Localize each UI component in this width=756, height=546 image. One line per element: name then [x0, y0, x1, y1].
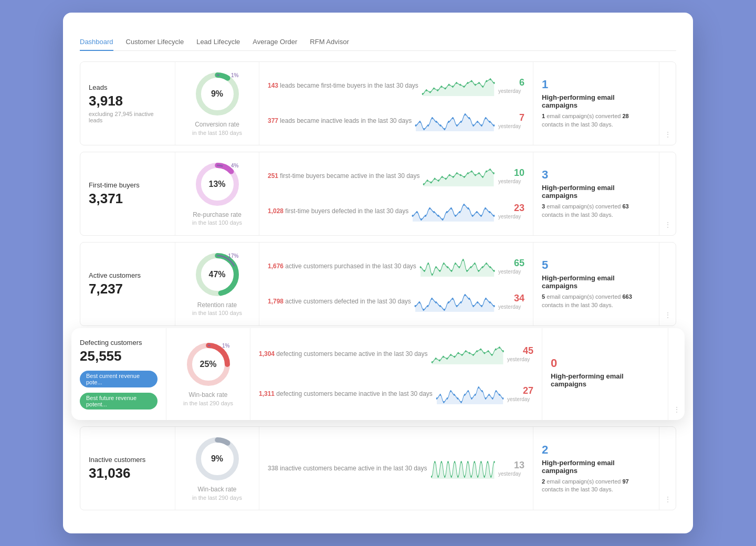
campaign-col-first_time_buyers: 3 High-performing email campaigns 3 emai… [533, 152, 659, 235]
svg-point-178 [444, 476, 445, 478]
svg-point-148 [491, 354, 492, 356]
donut-col-first_time_buyers: 13% 4% Re-purchase rate in the last 100 … [175, 152, 259, 235]
svg-point-60 [475, 174, 477, 176]
svg-point-77 [459, 211, 460, 213]
donut-label-first_time_buyers: Re-purchase rate in the last 100 days [192, 211, 242, 227]
svg-point-123 [472, 305, 474, 307]
donut-sub-defecting_customers: in the last 290 days [183, 400, 233, 407]
svg-point-179 [447, 461, 448, 463]
svg-point-101 [466, 270, 468, 272]
svg-point-4 [426, 89, 427, 91]
svg-point-70 [429, 207, 430, 209]
chart1-text: 143 leads became first-time buyers in th… [268, 82, 418, 89]
campaign-title-first_time_buyers: High-performing email campaigns [542, 184, 650, 200]
chart2-visual [437, 383, 503, 404]
metric-col-defecting_customers: Defecting customers 25,555 Best current … [71, 328, 166, 421]
chart1-text: 1,676 active customers purchased in the … [268, 262, 416, 270]
chart2-yesterday: yesterday [498, 123, 524, 129]
svg-point-100 [463, 259, 464, 261]
svg-point-92 [432, 274, 433, 276]
svg-point-78 [463, 204, 465, 206]
expand-col-active_customers: ⋮ [659, 243, 676, 326]
svg-point-190 [484, 476, 485, 478]
svg-point-136 [446, 358, 448, 360]
svg-point-191 [487, 461, 488, 463]
svg-point-108 [494, 270, 495, 272]
svg-point-31 [448, 121, 449, 123]
donut-chart-active_customers: 47% 17% [194, 251, 241, 298]
donut-chart-defecting_customers: 25% 1% [185, 341, 232, 388]
svg-point-91 [427, 262, 429, 265]
chart1-yesterday: yesterday [498, 471, 524, 477]
svg-point-18 [478, 82, 480, 84]
svg-point-115 [439, 305, 441, 307]
campaign-desc-active_customers: 5 email campaign(s) converted 663 contac… [542, 293, 650, 309]
tab-dashboard[interactable]: Dashboard [80, 34, 113, 51]
svg-point-51 [442, 176, 443, 178]
svg-point-29 [440, 124, 442, 127]
donut-col-defecting_customers: 25% 1% Win-back rate in the last 290 day… [166, 328, 250, 421]
donut-col-active_customers: 47% 17% Retention rate in the last 100 d… [175, 243, 259, 326]
donut-label-active_customers: Retention rate in the last 100 days [192, 301, 242, 317]
chart2-num: 7 [509, 112, 524, 123]
svg-point-36 [469, 117, 470, 119]
svg-point-8 [440, 86, 442, 88]
svg-point-20 [486, 80, 487, 82]
svg-point-109 [414, 305, 416, 307]
donut-chart-inactive_customers: 9% [194, 435, 241, 482]
expand-icon-active_customers[interactable]: ⋮ [664, 311, 671, 319]
expand-icon-first_time_buyers[interactable]: ⋮ [664, 220, 671, 229]
donut-pct-first_time_buyers: 13% [208, 180, 225, 189]
svg-point-141 [465, 350, 466, 352]
section-row-first_time_buyers: First-time buyers 3,371 13% 4% Re-purcha… [80, 152, 676, 236]
svg-point-164 [478, 386, 479, 388]
tab-rfm-advisor[interactable]: RFM Advisor [310, 34, 349, 51]
tab-lead-lifecycle[interactable]: Lead Lifecycle [196, 34, 240, 51]
svg-point-24 [419, 121, 421, 123]
svg-point-107 [489, 266, 491, 268]
main-card: Dashboard Customer Lifecycle Lead Lifecy… [63, 13, 693, 533]
tag-current-revenue[interactable]: Best current revenue pote... [80, 371, 158, 387]
svg-point-134 [438, 360, 440, 362]
metric-col-first_time_buyers: First-time buyers 3,371 [80, 152, 175, 235]
svg-point-30 [444, 128, 446, 130]
svg-point-157 [454, 394, 455, 396]
tab-average-order[interactable]: Average Order [253, 34, 297, 51]
chart2-yesterday: yesterday [507, 396, 533, 402]
sections-container: Leads 3,918 excluding 27,945 inactive le… [80, 61, 676, 510]
chart-row-1: 143 leads became first-time buyers in th… [268, 75, 524, 96]
expand-icon-inactive_customers[interactable]: ⋮ [664, 495, 671, 503]
campaign-count-inactive_customers: 2 [542, 443, 650, 457]
donut-small-pct-leads: 1% [231, 72, 238, 78]
svg-point-27 [432, 117, 433, 119]
svg-point-144 [476, 350, 478, 352]
expand-col-defecting_customers: ⋮ [668, 328, 685, 421]
svg-point-12 [456, 82, 457, 84]
metric-value-leads: 3,918 [89, 93, 166, 109]
expand-icon-leads[interactable]: ⋮ [664, 130, 671, 139]
donut-label-inactive_customers: Win-back rate in the last 290 days [192, 486, 242, 501]
svg-point-113 [431, 298, 433, 300]
svg-point-181 [454, 461, 455, 463]
svg-point-116 [444, 309, 445, 311]
svg-point-186 [470, 476, 471, 478]
svg-point-7 [437, 89, 438, 91]
campaign-title-leads: High-performing email campaigns [542, 93, 650, 109]
chart2-visual [416, 110, 494, 131]
charts-col-inactive_customers: 338 inactive customers became active in … [259, 427, 533, 510]
expand-icon-defecting_customers[interactable]: ⋮ [673, 405, 680, 414]
svg-point-124 [477, 301, 478, 303]
campaign-count-leads: 1 [542, 78, 650, 91]
svg-point-188 [477, 476, 478, 478]
campaign-count-defecting_customers: 0 [551, 356, 659, 370]
campaign-title-defecting_customers: High-performing email campaigns [551, 372, 659, 388]
svg-point-37 [472, 124, 474, 127]
svg-point-16 [471, 80, 472, 82]
svg-point-38 [477, 121, 478, 123]
tab-customer-lifecycle[interactable]: Customer Lifecycle [126, 34, 184, 51]
svg-point-174 [430, 476, 432, 478]
charts-col-defecting_customers: 1,304 defecting customers became active … [250, 328, 542, 421]
tag-future-revenue[interactable]: Best future revenue potent... [80, 393, 158, 410]
svg-point-132 [431, 361, 433, 363]
donut-label-defecting_customers: Win-back rate in the last 290 days [183, 391, 233, 407]
